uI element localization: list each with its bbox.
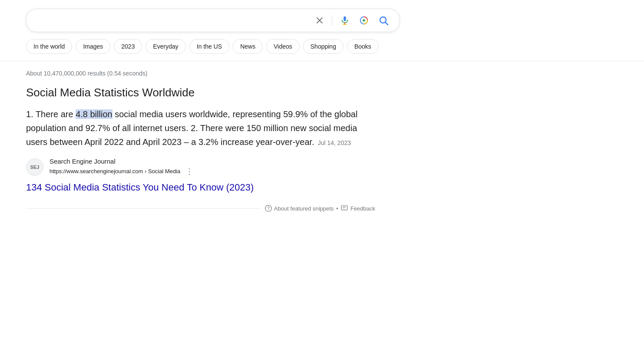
source-url: https://www.searchenginejournal.com › So…: [50, 168, 180, 174]
filter-in-the-world[interactable]: In the world: [26, 39, 72, 54]
microphone-button[interactable]: [338, 14, 351, 27]
more-options-button[interactable]: ⋮: [184, 166, 195, 177]
filter-in-the-us[interactable]: In the US: [189, 39, 229, 54]
results-container: About 10,470,000,000 results (0.54 secon…: [0, 61, 391, 194]
snippet-title: Social Media Statistics Worldwide: [26, 86, 365, 100]
separator-dot: •: [336, 205, 338, 212]
filter-books[interactable]: Books: [347, 39, 379, 54]
source-name: Search Engine Journal: [50, 158, 195, 165]
result-link[interactable]: 134 Social Media Statistics You Need To …: [26, 181, 365, 194]
filter-images[interactable]: Images: [76, 39, 110, 54]
about-snippets-text: About featured snippets: [274, 205, 334, 212]
bottom-bar-divider: [26, 208, 261, 209]
featured-snippet: Social Media Statistics Worldwide 1. The…: [26, 86, 365, 194]
source-row: SEJ Search Engine Journal https://www.se…: [26, 158, 365, 177]
snippet-date: Jul 14, 2023: [318, 139, 351, 146]
close-icon: [315, 16, 324, 25]
filter-everyday[interactable]: Everyday: [145, 39, 185, 54]
search-icon: [378, 15, 389, 26]
feedback-icon: [341, 205, 348, 211]
help-icon: ?: [265, 205, 272, 212]
search-bar-container: how many people use social media: [0, 0, 644, 32]
svg-line-8: [386, 23, 388, 25]
filter-pills: In the world Images 2023 Everyday In the…: [0, 32, 644, 54]
svg-rect-2: [343, 16, 346, 21]
snippet-text-prefix: 1. There are: [26, 109, 76, 119]
feedback-link[interactable]: Feedback: [341, 205, 375, 212]
bottom-bar-actions: ? About featured snippets • Feedback: [265, 205, 375, 212]
svg-text:?: ?: [267, 206, 270, 211]
bottom-bar: ? About featured snippets • Feedback: [0, 198, 644, 219]
source-info: Search Engine Journal https://www.search…: [50, 158, 195, 177]
svg-point-6: [363, 19, 365, 22]
snippet-text: 1. There are 4.8 billion social media us…: [26, 107, 365, 149]
filter-news[interactable]: News: [233, 39, 263, 54]
lens-icon: [359, 16, 369, 25]
source-favicon: SEJ: [26, 158, 43, 176]
about-snippets-link[interactable]: ? About featured snippets: [265, 205, 334, 212]
snippet-highlight: 4.8 billion: [76, 109, 112, 119]
filter-videos[interactable]: Videos: [266, 39, 300, 54]
search-icons: [314, 13, 390, 27]
search-button[interactable]: [376, 13, 390, 27]
filter-2023[interactable]: 2023: [114, 39, 142, 54]
lens-button[interactable]: [357, 14, 370, 27]
source-url-row: https://www.searchenginejournal.com › So…: [50, 166, 195, 177]
divider: [332, 15, 332, 26]
filter-shopping[interactable]: Shopping: [303, 39, 343, 54]
clear-button[interactable]: [314, 14, 326, 26]
mic-icon: [340, 16, 350, 25]
search-bar: how many people use social media: [26, 9, 400, 32]
feedback-text: Feedback: [350, 205, 375, 212]
results-count: About 10,470,000,000 results (0.54 secon…: [26, 70, 365, 77]
search-input[interactable]: how many people use social media: [35, 16, 308, 25]
